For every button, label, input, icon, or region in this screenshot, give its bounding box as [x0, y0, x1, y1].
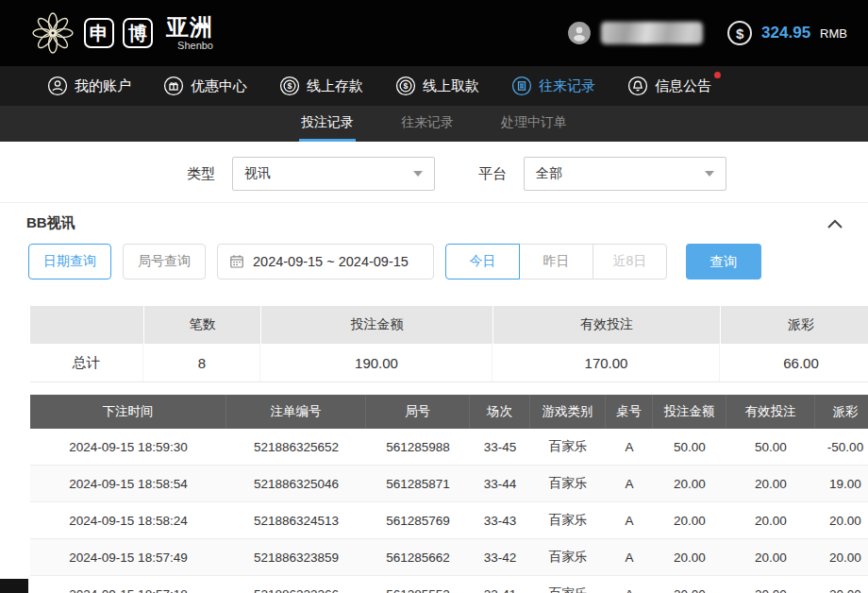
tab-pending-orders[interactable]: 处理中订单	[499, 106, 569, 142]
tab-bet-records[interactable]: 投注记录	[299, 106, 356, 142]
query-bar: 日期查询 局号查询 2024-09-15 ~ 2024-09-15 今日 昨日 …	[28, 244, 868, 280]
cell-round-no: 561285662	[366, 539, 470, 575]
summary-total-count: 8	[144, 344, 260, 381]
cell-game: 百家乐	[530, 466, 606, 501]
nav-item-announcements[interactable]: 信息公告	[627, 76, 711, 96]
nav-label: 信息公告	[655, 77, 711, 95]
col-header-valid-bet: 有效投注	[726, 395, 815, 429]
withdraw-coin-icon: $	[395, 76, 416, 96]
brand-logo[interactable]: 申 博 亚洲 Shenbo	[30, 10, 213, 56]
record-tabs: 投注记录 往来记录 处理中订单	[0, 106, 868, 142]
table-row: 2024-09-15 18:57:49 521886323859 5612856…	[30, 539, 868, 576]
summary-header-count: 笔数	[144, 306, 260, 344]
svg-text:$: $	[288, 81, 292, 91]
col-header-order-no: 注单编号	[226, 395, 366, 429]
cell-bet-link[interactable]: 20.00	[653, 539, 726, 575]
cell-valid: 20.00	[726, 539, 815, 575]
nav-item-online-deposit[interactable]: $ 线上存款	[279, 76, 363, 96]
table-row: 2024-09-15 18:59:30 521886325652 5612859…	[30, 429, 868, 466]
cell-round-no: 561285988	[366, 429, 470, 465]
gift-icon	[163, 76, 184, 96]
platform-label: 平台	[478, 165, 507, 183]
bell-icon	[627, 76, 648, 96]
section-head: BB视讯	[0, 203, 868, 240]
chevron-down-icon	[705, 171, 714, 177]
quick-date-group: 今日 昨日 近8日	[445, 244, 667, 280]
nav-item-online-withdrawal[interactable]: $ 线上取款	[395, 76, 479, 96]
brand-char-2: 博	[123, 18, 153, 48]
cell-order-no: 521886325652	[226, 429, 366, 465]
cell-bet-link[interactable]: 20.00	[653, 466, 726, 501]
main-nav: 我的账户 优惠中心 $ 线上存款 $ 线上取款	[0, 66, 868, 106]
summary-total-valid: 170.00	[493, 344, 720, 381]
cell-table-no: A	[606, 576, 653, 593]
cell-bet-link[interactable]: 20.00	[653, 576, 726, 593]
section-title: BB视讯	[26, 214, 75, 232]
user-icon	[47, 76, 68, 96]
col-header-payout: 派彩	[815, 395, 868, 429]
col-header-bet-amount: 投注金额	[653, 395, 726, 429]
yesterday-button[interactable]: 昨日	[519, 244, 593, 280]
cell-session: 33-44	[470, 466, 530, 501]
type-select[interactable]: 视讯	[232, 157, 435, 191]
top-header: 申 博 亚洲 Shenbo $ 324.95 RMB	[0, 0, 868, 66]
cell-order-no: 521886323859	[226, 539, 366, 575]
corner-floating-widget[interactable]	[0, 579, 28, 593]
calendar-icon	[229, 254, 244, 269]
cell-bet-link[interactable]: 50.00	[653, 429, 726, 465]
cell-round-no: 561285769	[366, 502, 470, 538]
round-query-button[interactable]: 局号查询	[123, 244, 206, 280]
brand-region: 亚洲	[166, 16, 213, 39]
flower-logo-icon	[30, 10, 75, 56]
platform-select[interactable]: 全部	[524, 157, 726, 191]
nav-item-my-account[interactable]: 我的账户	[47, 76, 131, 96]
summary-table-header: 笔数 投注金额 有效投注 派彩	[30, 306, 868, 344]
cell-valid: 20.00	[726, 502, 815, 538]
tab-transaction-records[interactable]: 往来记录	[399, 106, 456, 142]
nav-item-transaction-records[interactable]: 往来记录	[511, 76, 595, 96]
brand-char-1: 申	[84, 18, 114, 48]
cell-payout: 20.00	[815, 502, 868, 538]
cell-table-no: A	[606, 429, 653, 465]
summary-total-row: 总计 8 190.00 170.00 66.00	[30, 344, 868, 382]
cell-time: 2024-09-15 18:57:18	[30, 576, 226, 593]
cell-time: 2024-09-15 18:58:54	[30, 466, 226, 501]
table-row: 2024-09-15 18:58:24 521886324513 5612857…	[30, 502, 868, 539]
cell-game: 百家乐	[530, 576, 606, 593]
cell-valid: 20.00	[726, 576, 815, 593]
cell-order-no: 521886323266	[226, 576, 366, 593]
summary-total-bet: 190.00	[261, 344, 492, 381]
cell-session: 33-45	[470, 429, 530, 465]
cell-session: 33-41	[470, 576, 530, 593]
date-query-button[interactable]: 日期查询	[28, 244, 111, 280]
last-8-days-button[interactable]: 近8日	[593, 244, 667, 280]
cell-table-no: A	[606, 466, 653, 501]
col-header-time: 下注时间	[30, 395, 226, 429]
nav-label: 我的账户	[75, 77, 131, 95]
search-button[interactable]: 查询	[686, 244, 761, 280]
table-row: 2024-09-15 18:57:18 521886323266 5612855…	[30, 576, 868, 593]
brand-subtitle: Shenbo	[166, 40, 213, 51]
cell-payout: 20.00	[815, 539, 868, 575]
cell-bet-link[interactable]: 20.00	[653, 502, 726, 538]
cell-time: 2024-09-15 18:59:30	[30, 429, 226, 465]
nav-item-promotions[interactable]: 优惠中心	[163, 76, 247, 96]
records-icon	[511, 76, 532, 96]
balance-amount: 324.95	[761, 24, 810, 42]
cell-game: 百家乐	[530, 429, 606, 465]
nav-label: 往来记录	[539, 77, 595, 95]
balance-currency: RMB	[820, 26, 847, 41]
today-button[interactable]: 今日	[445, 244, 520, 280]
deposit-coin-icon: $	[279, 76, 300, 96]
col-header-table-no: 桌号	[606, 395, 653, 429]
cell-session: 33-43	[470, 502, 530, 538]
col-header-session: 场次	[470, 395, 530, 429]
collapse-chevron-up-icon[interactable]	[826, 218, 843, 229]
cell-payout: -50.00	[815, 429, 868, 465]
records-table-body: 2024-09-15 18:59:30 521886325652 5612859…	[30, 429, 868, 593]
date-range-input[interactable]: 2024-09-15 ~ 2024-09-15	[217, 244, 434, 280]
cell-table-no: A	[606, 539, 653, 575]
cell-session: 33-42	[470, 539, 530, 575]
nav-label: 线上存款	[307, 77, 363, 95]
date-range-value: 2024-09-15 ~ 2024-09-15	[253, 254, 409, 269]
